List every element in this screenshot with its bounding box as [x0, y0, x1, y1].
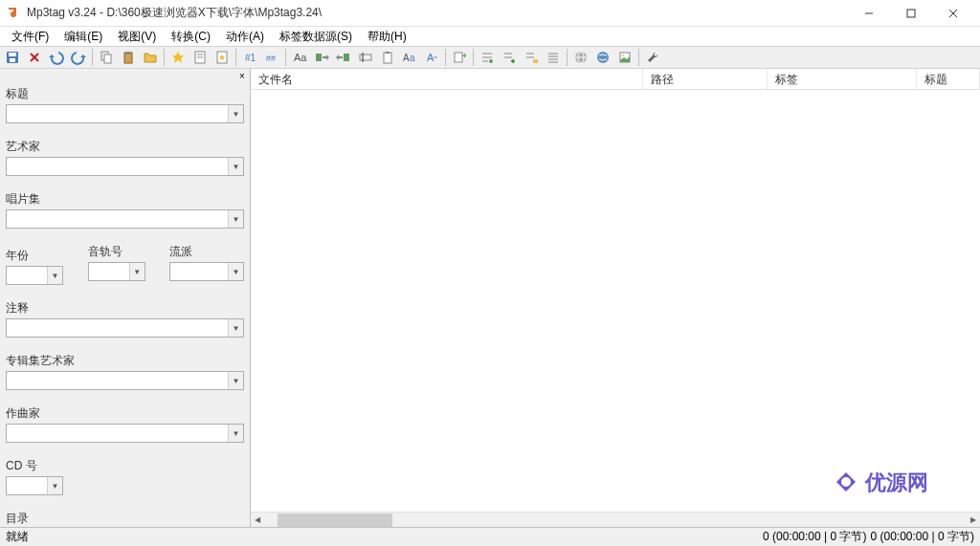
- paste-icon[interactable]: [118, 47, 139, 68]
- status-selection: 0 (00:00:00 | 0 字节): [763, 529, 867, 545]
- toolbar-separator: [445, 49, 446, 66]
- menubar: 文件(F) 编辑(E) 视图(V) 转换(C) 动作(A) 标签数据源(S) 帮…: [0, 27, 980, 46]
- menu-edit[interactable]: 编辑(E): [56, 27, 110, 47]
- composer-input[interactable]: [6, 424, 244, 443]
- albumartist-input[interactable]: [6, 371, 244, 390]
- svg-rect-22: [360, 55, 371, 60]
- rename-icon[interactable]: [355, 47, 376, 68]
- tools-icon[interactable]: [642, 47, 663, 68]
- svg-rect-24: [384, 53, 391, 63]
- redo-icon[interactable]: [68, 47, 89, 68]
- case-icon[interactable]: Aa: [289, 47, 310, 68]
- discnumber-label: CD 号: [6, 458, 244, 474]
- svg-rect-5: [9, 53, 16, 56]
- file-list: 文件名 路径 标签 标题 ◀ ▶ 优源网: [251, 69, 980, 527]
- num-icon[interactable]: #1: [239, 47, 260, 68]
- svg-rect-29: [455, 53, 462, 62]
- toolbar-separator: [285, 49, 286, 66]
- artist-input[interactable]: [6, 157, 244, 176]
- case-convert-icon[interactable]: Aa: [399, 47, 420, 68]
- status-total: 0 (00:00:00 | 0 字节): [870, 529, 974, 545]
- num-auto-icon[interactable]: ##: [261, 47, 282, 68]
- playlist-new-icon[interactable]: [499, 47, 520, 68]
- copy-icon[interactable]: [96, 47, 117, 68]
- svg-text:A: A: [427, 52, 434, 63]
- script-icon[interactable]: [189, 47, 211, 68]
- playlist-icon[interactable]: [477, 47, 498, 68]
- column-filename[interactable]: 文件名: [251, 69, 643, 89]
- comment-label: 注释: [6, 300, 244, 317]
- cover-icon[interactable]: [614, 47, 635, 68]
- svg-rect-1: [907, 10, 915, 17]
- undo-icon[interactable]: [46, 47, 67, 68]
- toolbar-separator: [164, 49, 165, 66]
- svg-rect-12: [126, 52, 130, 55]
- column-tag[interactable]: 标签: [768, 69, 917, 89]
- toolbar-separator: [638, 49, 639, 66]
- export-icon[interactable]: [449, 47, 470, 68]
- web-icon[interactable]: [570, 47, 591, 68]
- svg-text:A: A: [403, 53, 410, 63]
- comment-input[interactable]: [6, 318, 244, 338]
- svg-rect-25: [386, 52, 390, 54]
- svg-rect-20: [316, 54, 322, 61]
- title-label: 标题: [6, 86, 244, 102]
- toolbar-separator: [235, 49, 236, 66]
- globe-icon[interactable]: [592, 47, 613, 68]
- maximize-button[interactable]: [890, 0, 932, 27]
- toolbar-separator: [567, 49, 568, 66]
- status-ready: 就绪: [6, 529, 29, 545]
- svg-text:#1: #1: [245, 53, 256, 63]
- horizontal-scrollbar[interactable]: ◀ ▶: [251, 512, 980, 527]
- svg-text:Aa: Aa: [294, 52, 307, 63]
- scroll-right-icon[interactable]: ▶: [967, 513, 980, 527]
- svg-rect-6: [10, 58, 15, 62]
- menu-tagsources[interactable]: 标签数据源(S): [272, 27, 360, 47]
- discnumber-input[interactable]: [6, 476, 63, 495]
- panel-close-icon[interactable]: ×: [236, 71, 248, 82]
- file-to-tag-icon[interactable]: [333, 47, 354, 68]
- scroll-left-icon[interactable]: ◀: [251, 513, 264, 527]
- save-icon[interactable]: [2, 47, 23, 68]
- genre-input[interactable]: [169, 262, 244, 281]
- svg-rect-38: [533, 59, 538, 63]
- artist-label: 艺术家: [6, 139, 244, 155]
- title-input[interactable]: [6, 104, 244, 123]
- album-input[interactable]: [6, 209, 244, 229]
- track-input[interactable]: [88, 262, 145, 281]
- menu-convert[interactable]: 转换(C): [164, 27, 218, 47]
- scroll-thumb[interactable]: [278, 513, 392, 527]
- column-title[interactable]: 标题: [917, 69, 980, 89]
- directory-label: 目录: [6, 511, 244, 527]
- delete-icon[interactable]: [24, 47, 45, 68]
- folder-open-icon[interactable]: [140, 47, 161, 68]
- window-title: Mp3tag v3.24 - D:\360极速浏览器X下载\字体\Mp3tag3…: [27, 5, 848, 21]
- svg-text:a: a: [410, 53, 415, 63]
- scroll-track[interactable]: [278, 513, 953, 527]
- svg-point-33: [489, 59, 493, 63]
- tag-panel: × 标题 ▼ 艺术家 ▼ 唱片集 ▼ 年份 ▼ 音轨号 ▼ 流派 ▼: [0, 69, 251, 527]
- menu-help[interactable]: 帮助(H): [360, 27, 414, 47]
- toolbar: #1 ## Aa Aa A: [0, 46, 980, 69]
- albumartist-label: 专辑集艺术家: [6, 353, 244, 369]
- column-path[interactable]: 路径: [643, 69, 768, 89]
- list-body[interactable]: [251, 90, 980, 512]
- toolbar-separator: [92, 49, 93, 66]
- playlist-open-icon[interactable]: [521, 47, 542, 68]
- menu-view[interactable]: 视图(V): [110, 27, 164, 47]
- clipboard-icon[interactable]: [377, 47, 398, 68]
- script-fav-icon[interactable]: [212, 47, 233, 68]
- playlist-all-icon[interactable]: [543, 47, 564, 68]
- statusbar: 就绪 0 (00:00:00 | 0 字节) 0 (00:00:00 | 0 字…: [0, 527, 980, 546]
- text-convert-icon[interactable]: A: [421, 47, 442, 68]
- svg-rect-10: [104, 55, 111, 63]
- close-button[interactable]: [932, 0, 974, 27]
- star-icon[interactable]: [167, 47, 189, 68]
- year-input[interactable]: [6, 266, 63, 285]
- composer-label: 作曲家: [6, 405, 244, 422]
- genre-label: 流派: [169, 244, 244, 260]
- minimize-button[interactable]: [848, 0, 890, 27]
- tag-to-file-icon[interactable]: [311, 47, 332, 68]
- menu-file[interactable]: 文件(F): [4, 27, 56, 47]
- menu-actions[interactable]: 动作(A): [218, 27, 272, 47]
